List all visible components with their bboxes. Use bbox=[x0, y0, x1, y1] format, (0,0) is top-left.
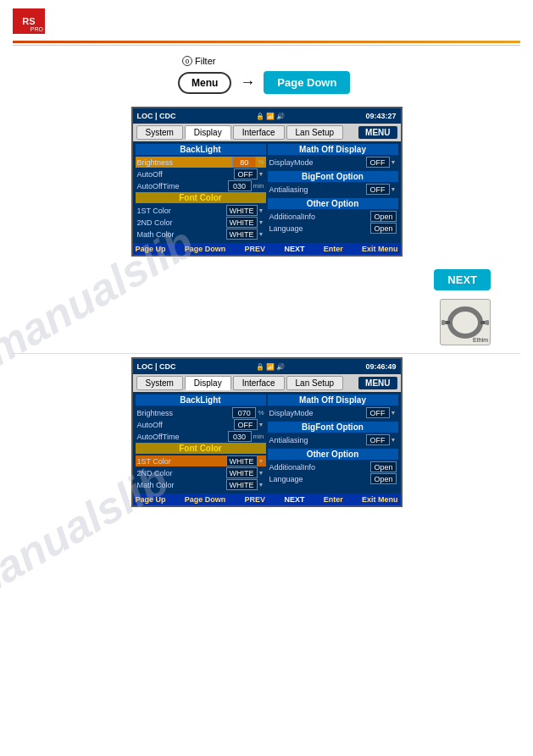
screen1-autoofftime-value: 030 bbox=[228, 180, 252, 191]
screen2-time: 09:46:49 bbox=[365, 362, 396, 371]
screen2-display-mode-arrow: ▼ bbox=[391, 410, 397, 416]
screen1-math-color-val: WHITE ▼ bbox=[226, 229, 264, 240]
screen2-brightness-value: 070 bbox=[232, 407, 256, 418]
screen1-autooff-row: AutoOff OFF ▼ bbox=[136, 168, 266, 179]
screen2-prev-btn[interactable]: PREV bbox=[245, 495, 266, 504]
tab-lan-setup[interactable]: Lan Setup bbox=[286, 125, 344, 140]
screen1-1st-color-row: 1ST Color WHITE ▼ bbox=[136, 205, 266, 216]
screen2-2nd-color-arrow: ▼ bbox=[258, 470, 264, 476]
screen1-display-mode-row: DisplayMode OFF ▼ bbox=[268, 157, 398, 168]
filter-circle: 0 bbox=[182, 56, 192, 66]
screen2-antialiasing-label: Antialiasing bbox=[269, 436, 320, 444]
screen2-autoofftime-label: AutoOffTime bbox=[137, 433, 188, 441]
menu-button[interactable]: Menu bbox=[178, 72, 231, 94]
screen2-tab-display[interactable]: Display bbox=[185, 376, 231, 390]
screen1-bigfont-header: BigFont Option bbox=[268, 171, 398, 182]
screen2-bigfont-header: BigFont Option bbox=[268, 422, 398, 433]
screen2-antialiasing-value: OFF bbox=[366, 434, 390, 445]
screen2-2nd-color-label: 2ND Color bbox=[137, 469, 188, 477]
tab-interface[interactable]: Interface bbox=[233, 125, 285, 140]
tab-display[interactable]: Display bbox=[185, 125, 231, 140]
screen1-autoofftime-unit: min bbox=[253, 182, 264, 190]
screen1-next-btn[interactable]: NEXT bbox=[284, 245, 304, 253]
screen1-display-mode-label: DisplayMode bbox=[269, 158, 320, 167]
screen2-additional-row: AdditionalInfo Open bbox=[268, 461, 398, 472]
screen2-autoofftime-unit: min bbox=[253, 433, 264, 440]
screen1-autooff-value: OFF bbox=[234, 168, 258, 179]
screen2-display-mode-val: OFF ▼ bbox=[366, 407, 397, 418]
screen1-page-down-btn[interactable]: Page Down bbox=[185, 245, 226, 253]
screen2-tab-lan-setup[interactable]: Lan Setup bbox=[286, 376, 344, 390]
screen1-2nd-color-row: 2ND Color WHITE ▼ bbox=[136, 217, 266, 228]
screen2-brightness-unit: % bbox=[258, 409, 264, 417]
cable-label: Ethlm bbox=[473, 337, 488, 343]
screen1-menu-label[interactable]: MENU bbox=[358, 126, 397, 139]
screen2-tab-system[interactable]: System bbox=[136, 376, 183, 390]
screen1-exit-menu-btn[interactable]: Exit Menu bbox=[362, 245, 398, 253]
logo-pro-text: PRO bbox=[31, 26, 43, 32]
screen1-1st-color-label: 1ST Color bbox=[137, 207, 188, 215]
screen2-1st-color-row: 1ST Color WHITE ▼ bbox=[136, 455, 266, 466]
screen2-next-btn[interactable]: NEXT bbox=[284, 495, 304, 504]
screen1-other-header: Other Option bbox=[268, 198, 398, 209]
screen1-antialiasing-value: OFF bbox=[366, 184, 390, 195]
screen2-autooff-value: OFF bbox=[234, 419, 258, 430]
orange-divider bbox=[13, 41, 520, 43]
cable-image: Ethlm bbox=[440, 299, 491, 345]
tab-system[interactable]: System bbox=[136, 125, 183, 140]
screen1: LOC | CDC 🔒 📶 🔊 09:43:27 System Display … bbox=[131, 107, 403, 257]
screen2-math-color-arrow: ▼ bbox=[258, 482, 264, 488]
screen2-additional-value: Open bbox=[370, 461, 396, 472]
screen2-exit-menu-btn[interactable]: Exit Menu bbox=[362, 495, 398, 504]
screen2-autoofftime-val: 030 min bbox=[228, 431, 264, 442]
screen1-enter-btn[interactable]: Enter bbox=[324, 245, 343, 253]
screen1-display-mode-value: OFF bbox=[366, 157, 390, 168]
screen1-page-up-btn[interactable]: Page Up bbox=[136, 245, 166, 253]
screen2-2nd-color-row: 2ND Color WHITE ▼ bbox=[136, 467, 266, 478]
screen1-tab-bar: System Display Interface Lan Setup MENU bbox=[133, 124, 401, 141]
svg-point-4 bbox=[485, 320, 489, 325]
screen1-antialiasing-arrow: ▼ bbox=[391, 186, 397, 192]
screen2-display-mode-label: DisplayMode bbox=[269, 409, 320, 417]
page-down-button[interactable]: Page Down bbox=[264, 71, 350, 94]
screen2-page-down-btn[interactable]: Page Down bbox=[185, 495, 226, 504]
screen1-display-mode-arrow: ▼ bbox=[391, 159, 397, 165]
screen2-tab-interface[interactable]: Interface bbox=[233, 376, 285, 390]
screen1-language-value: Open bbox=[370, 223, 396, 234]
screen2-1st-color-val: WHITE ▼ bbox=[226, 455, 264, 466]
screen2-menu-label[interactable]: MENU bbox=[358, 377, 397, 389]
screen1-autooff-val: OFF ▼ bbox=[234, 168, 264, 179]
arrow-right: → bbox=[240, 74, 255, 91]
screen2-display-mode-value: OFF bbox=[366, 407, 390, 418]
screen2-bottom-bar: Page Up Page Down PREV NEXT Enter Exit M… bbox=[133, 494, 401, 505]
screen2-loc-cdc: LOC | CDC bbox=[137, 362, 176, 371]
screen2-2nd-color-val: WHITE ▼ bbox=[226, 467, 264, 478]
screen1-display-mode-val: OFF ▼ bbox=[366, 157, 397, 168]
screen2-panel-left: BackLight Brightness 070 % AutoOff OFF ▼ bbox=[136, 395, 266, 491]
next-button[interactable]: NEXT bbox=[434, 269, 491, 290]
screen1-brightness-val-box: 80 % bbox=[232, 157, 264, 168]
wifi-icon: 📶 bbox=[266, 113, 275, 120]
screen2-font-color-header: Font Color bbox=[136, 443, 266, 454]
screen1-2nd-color-val: WHITE ▼ bbox=[226, 217, 264, 228]
screen1-language-label: Language bbox=[269, 224, 320, 233]
screen1-autoofftime-val: 030 min bbox=[228, 180, 264, 191]
screen1-2nd-color-label: 2ND Color bbox=[137, 218, 188, 227]
screen2-tab-bar: System Display Interface Lan Setup MENU bbox=[133, 374, 401, 392]
lock-icon: 🔒 bbox=[256, 113, 264, 120]
screen2-backlight-header: BackLight bbox=[136, 395, 266, 406]
screen1-autoofftime-label: AutoOffTime bbox=[137, 182, 188, 190]
screen2-display-mode-row: DisplayMode OFF ▼ bbox=[268, 407, 398, 418]
screen1-2nd-color-value: WHITE bbox=[226, 217, 258, 228]
screen1-language-row: Language Open bbox=[268, 223, 398, 234]
screen2-math-color-val: WHITE ▼ bbox=[226, 479, 264, 490]
screen2-enter-btn[interactable]: Enter bbox=[324, 495, 343, 504]
screen2-1st-color-value: WHITE bbox=[226, 455, 258, 466]
screen1-backlight-header: BackLight bbox=[136, 144, 266, 155]
screen1-prev-btn[interactable]: PREV bbox=[245, 245, 266, 253]
screen1-math-color-arrow: ▼ bbox=[258, 231, 264, 237]
screen2-tabs: System Display Interface Lan Setup bbox=[136, 376, 344, 390]
screen2-lock-icon: 🔒 bbox=[256, 363, 264, 371]
screen2-page-up-btn[interactable]: Page Up bbox=[136, 495, 166, 504]
screen1-bottom-bar: Page Up Page Down PREV NEXT Enter Exit M… bbox=[133, 243, 401, 255]
